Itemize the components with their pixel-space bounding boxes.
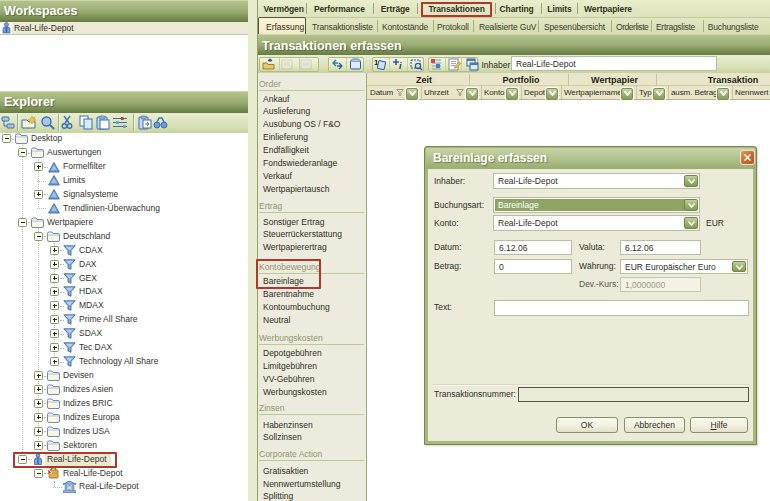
svg-text:i: i xyxy=(399,61,402,71)
